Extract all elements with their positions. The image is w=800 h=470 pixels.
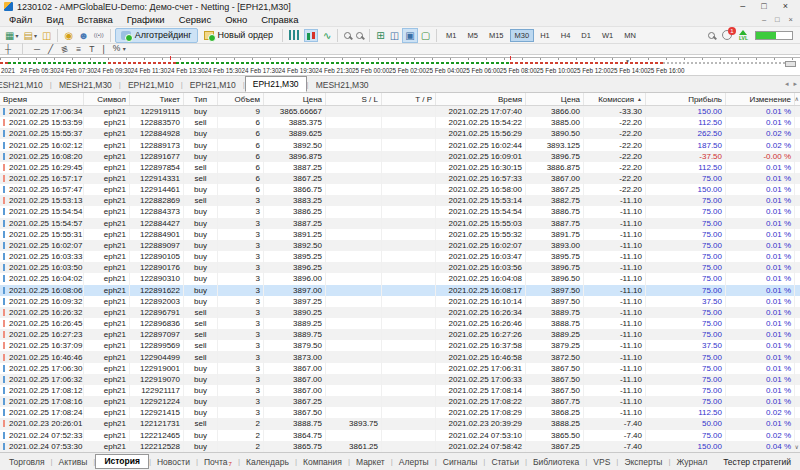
timeframe-M15[interactable]: M15 bbox=[484, 29, 509, 42]
column-header-tp[interactable]: T / P bbox=[382, 93, 436, 105]
scroll-down-icon[interactable]: ∨ bbox=[795, 443, 799, 450]
zoom-in-button[interactable] bbox=[342, 28, 353, 43]
chart-tab-MESH21,M30[interactable]: MESH21,M30 bbox=[52, 78, 119, 92]
column-header-symbol[interactable]: Символ bbox=[84, 93, 130, 105]
menu-item-Файл[interactable]: Файл bbox=[2, 14, 39, 25]
bottom-tab-Маркет[interactable]: Маркет bbox=[350, 455, 391, 469]
chart-tab-MESH21,M30[interactable]: MESH21,M30 bbox=[309, 78, 376, 92]
history-row[interactable]: 2021.02.25 16:57:47eph21122914461buy6386… bbox=[0, 184, 800, 195]
bottom-tab-Почта[interactable]: Почта7 bbox=[198, 455, 238, 469]
history-row[interactable]: 2021.02.25 15:55:31eph21122884901buy3389… bbox=[0, 229, 800, 240]
broadcast-button[interactable]: ((•)) bbox=[92, 28, 106, 43]
history-row[interactable]: 2021.02.24 07:52:33eph21122212465buy2386… bbox=[0, 430, 800, 441]
tabs-scroll-right-icon[interactable]: ▸ bbox=[793, 80, 797, 88]
timeframe-MN[interactable]: MN bbox=[619, 29, 641, 42]
horizontal-line-icon[interactable]: ─ bbox=[34, 45, 40, 54]
timeframe-M5[interactable]: M5 bbox=[463, 29, 483, 42]
new-window-button[interactable]: ▢ bbox=[419, 28, 432, 43]
chart-tab-EPH21,M30[interactable]: EPH21,M30 bbox=[245, 76, 307, 92]
deposit-button[interactable]: ◉ bbox=[62, 28, 75, 43]
bottom-tab-Эксперты[interactable]: Эксперты bbox=[618, 455, 668, 469]
trendline-icon[interactable]: ╱ bbox=[48, 45, 53, 54]
timeframe-D1[interactable]: D1 bbox=[576, 29, 596, 42]
mdi-close-button[interactable]: × bbox=[789, 15, 793, 24]
column-header-volume[interactable]: Объем bbox=[218, 93, 264, 105]
menu-item-Вставка[interactable]: Вставка bbox=[71, 14, 120, 25]
column-header-profit[interactable]: Прибыль bbox=[646, 93, 726, 105]
timeframe-H4[interactable]: H4 bbox=[556, 29, 576, 42]
algo-trading-button[interactable]: Алготрейдинг bbox=[115, 28, 198, 43]
lvl-signal-icon[interactable]: LVL bbox=[739, 30, 748, 40]
history-row[interactable]: 2021.02.23 20:26:01eph21122121731sell238… bbox=[0, 418, 800, 429]
new-chart-button[interactable]: ▦▾ bbox=[3, 28, 20, 43]
tile-windows-button[interactable]: ⊞ bbox=[374, 28, 386, 43]
history-row[interactable]: 2021.02.25 16:57:17eph21122914331sell638… bbox=[0, 173, 800, 184]
history-row[interactable]: 2021.02.25 16:02:07eph21122889097buy3389… bbox=[0, 240, 800, 251]
arrange-windows-button[interactable]: ◫ bbox=[388, 28, 401, 43]
history-row[interactable]: 2021.02.25 16:27:23eph21122897097sell338… bbox=[0, 329, 800, 340]
history-row[interactable]: 2021.02.25 16:02:12eph21122889173buy6389… bbox=[0, 139, 800, 150]
history-row[interactable]: 2021.02.25 16:46:46eph21122904499sell338… bbox=[0, 351, 800, 362]
bottom-tab-Сигналы[interactable]: Сигналы bbox=[437, 455, 483, 469]
menu-item-Графики[interactable]: Графики bbox=[120, 14, 172, 25]
chart-tab-EPH21,M10[interactable]: EPH21,M10 bbox=[121, 78, 181, 92]
history-row[interactable]: 2021.02.25 15:53:59eph21122883570sell638… bbox=[0, 117, 800, 128]
history-row[interactable]: 2021.02.25 16:37:09eph21122899569sell338… bbox=[0, 340, 800, 351]
bottom-tab-Алерты[interactable]: Алерты bbox=[393, 455, 435, 469]
timeframe-W1[interactable]: W1 bbox=[597, 29, 618, 42]
timeframe-H1[interactable]: H1 bbox=[535, 29, 555, 42]
search-icon[interactable] bbox=[708, 32, 715, 39]
bottom-tab-История[interactable]: История bbox=[95, 454, 148, 469]
bottom-tab-Активы[interactable]: Активы bbox=[53, 455, 94, 469]
history-row[interactable]: 2021.02.25 17:06:34eph21122919115buy9386… bbox=[0, 106, 800, 117]
market-watch-button[interactable]: ◫ bbox=[40, 28, 53, 43]
equidistant-channel-icon[interactable]: ≡ bbox=[76, 45, 81, 54]
percent-tool-icon[interactable]: % ▾ bbox=[113, 44, 126, 54]
history-row[interactable]: 2021.02.25 17:08:16eph21122921224buy3386… bbox=[0, 396, 800, 407]
candlestick-chart-button[interactable] bbox=[302, 28, 320, 43]
column-header-close_time[interactable]: Время bbox=[436, 93, 526, 105]
new-order-button[interactable]: Новый ордер bbox=[199, 28, 278, 43]
history-row[interactable]: 2021.02.24 07:53:30eph21122212528buy2386… bbox=[0, 441, 800, 452]
history-row[interactable]: 2021.02.25 15:54:57eph21122884427buy3388… bbox=[0, 218, 800, 229]
column-header-type[interactable]: Тип bbox=[184, 93, 218, 105]
cascade-windows-button[interactable]: ▣ bbox=[402, 28, 417, 43]
bottom-tab-Библиотека[interactable]: Библиотека bbox=[527, 455, 585, 469]
community-button[interactable]: ☻ bbox=[76, 28, 91, 43]
mdi-restore-button[interactable]: □ bbox=[775, 15, 780, 24]
bottom-tab-Новости[interactable]: Новости bbox=[151, 455, 196, 469]
history-row[interactable]: 2021.02.25 16:03:50eph21122890176buy3389… bbox=[0, 262, 800, 273]
bar-chart-button[interactable] bbox=[287, 28, 301, 43]
strategy-tester-button[interactable]: Тестер стратегий bbox=[723, 457, 797, 467]
history-row[interactable]: 2021.02.25 16:08:06eph21122891622buy3389… bbox=[0, 285, 800, 296]
history-row[interactable]: 2021.02.25 17:06:30eph21122919001buy3386… bbox=[0, 363, 800, 374]
bottom-tab-VPS[interactable]: VPS bbox=[587, 455, 616, 469]
bottom-tab-Статьи[interactable]: Статьи bbox=[485, 455, 525, 469]
history-row[interactable]: 2021.02.25 16:08:20eph21122891677buy6389… bbox=[0, 151, 800, 162]
scroll-up-icon[interactable]: ∧ bbox=[795, 95, 799, 102]
profiles-button[interactable]: ▤▾ bbox=[21, 28, 38, 43]
menu-item-Сервис[interactable]: Сервис bbox=[172, 14, 219, 25]
history-row[interactable]: 2021.02.25 16:09:32eph21122892003buy3389… bbox=[0, 296, 800, 307]
column-header-commission[interactable]: Комиссия▲ bbox=[584, 93, 646, 105]
fibonacci-icon[interactable]: ≣ bbox=[60, 44, 70, 55]
zoom-out-button[interactable] bbox=[354, 28, 365, 43]
column-header-close_price[interactable]: Цена bbox=[526, 93, 584, 105]
notifications-button[interactable]: 1 bbox=[722, 30, 732, 40]
maximize-button[interactable]: □ bbox=[761, 1, 766, 12]
chart-strip[interactable]: ▼ 202124 Feb 05:3024 Feb 07:3024 Feb 09:… bbox=[0, 55, 800, 76]
vertical-line-icon[interactable]: | bbox=[102, 45, 104, 54]
history-row[interactable]: 2021.02.25 16:26:45eph21122896836sell338… bbox=[0, 318, 800, 329]
history-row[interactable]: 2021.02.25 15:53:13eph21122882869sell338… bbox=[0, 195, 800, 206]
crosshair-icon[interactable]: ┼ bbox=[5, 45, 11, 54]
bottom-tab-Компания[interactable]: Компания bbox=[297, 455, 348, 469]
column-header-ticket[interactable]: Тикет bbox=[130, 93, 184, 105]
close-button[interactable]: × bbox=[783, 1, 788, 12]
timeframe-M1[interactable]: M1 bbox=[441, 29, 461, 42]
history-row[interactable]: 2021.02.25 16:04:02eph21122890310buy3389… bbox=[0, 273, 800, 284]
chart-tab-ESH21,M10[interactable]: ESH21,M10 bbox=[0, 78, 50, 92]
column-header-open_time[interactable]: Время bbox=[0, 93, 84, 105]
menu-item-Окно[interactable]: Окно bbox=[218, 14, 254, 25]
column-header-price[interactable]: Цена bbox=[264, 93, 326, 105]
history-row[interactable]: 2021.02.25 16:26:32eph21122896791sell338… bbox=[0, 307, 800, 318]
